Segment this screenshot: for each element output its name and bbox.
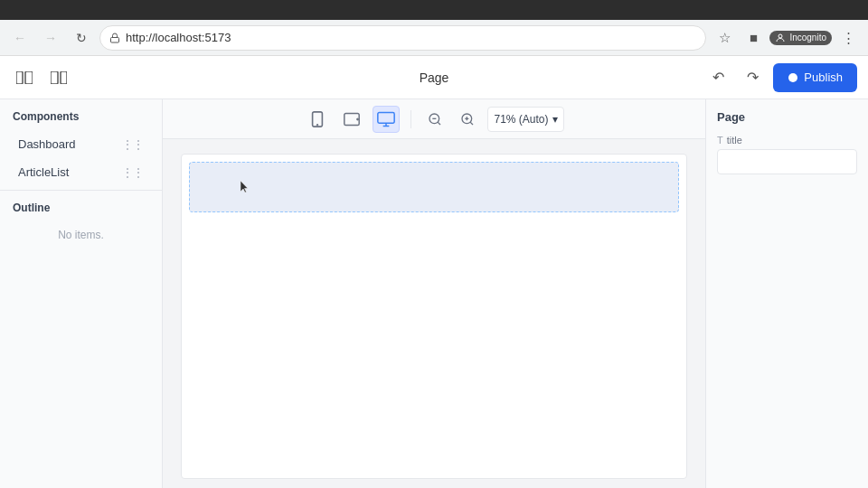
component-label-articlelist: ArticleList [18, 165, 69, 179]
drag-handle-articlelist[interactable]: ⋮⋮ [122, 166, 144, 179]
menu-button[interactable]: ⋮ [835, 25, 861, 51]
header-right: ↶ ↷ Publish [704, 63, 857, 92]
svg-rect-5 [61, 71, 67, 84]
zoom-value: 71% (Auto) [494, 113, 548, 126]
zoom-in-icon [460, 112, 475, 127]
redo-button[interactable]: ↷ [739, 64, 766, 91]
svg-rect-2 [16, 71, 23, 84]
toolbar-separator [410, 110, 411, 128]
undo-button[interactable]: ↶ [704, 64, 731, 91]
incognito-badge: Incognito [769, 31, 832, 45]
canvas-toolbar: 71% (Auto) ▾ [163, 99, 705, 139]
cursor-indicator [241, 181, 248, 193]
svg-line-13 [439, 122, 441, 125]
svg-point-8 [317, 124, 318, 125]
zoom-chevron-icon: ▾ [552, 113, 558, 126]
forward-button[interactable]: → [38, 25, 63, 51]
tablet-device-button[interactable] [338, 106, 365, 133]
title-input[interactable] [717, 149, 857, 174]
publish-label: Publish [804, 70, 843, 84]
page-title: Page [420, 70, 449, 85]
extensions-button[interactable]: ■ [741, 25, 766, 51]
zoom-out-button[interactable] [422, 107, 448, 132]
zoom-display[interactable]: 71% (Auto) ▾ [487, 107, 563, 132]
canvas-area: 71% (Auto) ▾ [163, 99, 705, 488]
component-item-dashboard[interactable]: Dashboard ⋮⋮ [5, 130, 156, 158]
browser-titlebar [0, 0, 868, 20]
browser-actions: ☆ ■ Incognito ⋮ [712, 25, 861, 51]
publish-button[interactable]: Publish [773, 63, 857, 92]
svg-point-10 [357, 118, 358, 119]
outline-section: Outline No items. [0, 190, 162, 249]
page-canvas[interactable] [181, 154, 687, 479]
svg-point-1 [778, 34, 782, 38]
components-section-title: Components [0, 99, 162, 130]
bookmark-button[interactable]: ☆ [712, 25, 737, 51]
canvas-selected-block[interactable] [189, 162, 679, 212]
tablet-icon [344, 111, 360, 127]
right-sidebar-title: Page [717, 110, 857, 124]
header-left [11, 64, 72, 91]
back-button[interactable]: ← [7, 25, 33, 51]
incognito-label: Incognito [789, 33, 826, 42]
svg-rect-0 [111, 37, 119, 42]
property-label-text: title [727, 135, 742, 145]
desktop-icon [377, 111, 395, 127]
text-type-icon: T [717, 135, 723, 145]
svg-rect-3 [25, 71, 33, 84]
app-header: Page ↶ ↷ Publish [0, 56, 868, 99]
right-sidebar: Page T title [705, 99, 868, 488]
drag-handle-dashboard[interactable]: ⋮⋮ [122, 138, 144, 151]
property-label-title: T title [717, 135, 857, 145]
incognito-icon [775, 33, 786, 43]
svg-rect-11 [378, 112, 394, 123]
mobile-device-button[interactable] [304, 106, 331, 133]
url-text: http://localhost:5173 [126, 31, 231, 44]
browser-toolbar: ← → ↻ http://localhost:5173 ☆ ■ Incognit… [0, 20, 868, 56]
zoom-in-button[interactable] [455, 107, 480, 132]
app-body: Components Dashboard ⋮⋮ ArticleList ⋮⋮ O… [0, 99, 868, 488]
left-panel-toggle-button[interactable] [11, 64, 38, 91]
outline-title: Outline [0, 191, 162, 221]
outline-empty-message: No items. [0, 221, 162, 249]
right-panel-toggle-button[interactable] [45, 64, 72, 91]
publish-icon [788, 72, 798, 83]
right-panel-icon [51, 71, 67, 84]
canvas-content [163, 139, 705, 488]
component-label-dashboard: Dashboard [18, 137, 76, 151]
property-row-title: T title [717, 135, 857, 174]
mobile-icon [310, 111, 325, 127]
address-bar[interactable]: http://localhost:5173 [99, 25, 706, 51]
component-item-articlelist[interactable]: ArticleList ⋮⋮ [5, 158, 156, 186]
left-sidebar: Components Dashboard ⋮⋮ ArticleList ⋮⋮ O… [0, 99, 163, 488]
svg-point-6 [788, 73, 797, 82]
zoom-out-icon [428, 112, 442, 127]
desktop-device-button[interactable] [373, 106, 400, 133]
refresh-button[interactable]: ↻ [69, 25, 94, 51]
left-panel-icon [16, 71, 33, 84]
lock-icon [109, 33, 120, 43]
svg-line-16 [471, 122, 474, 125]
svg-rect-4 [51, 71, 58, 84]
